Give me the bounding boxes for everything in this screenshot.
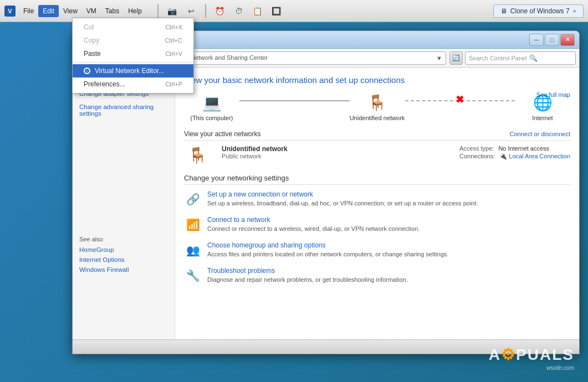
vbox-toolbar: 📷 ↩ ⏰ ⏱ 📋 🔲: [155, 4, 284, 18]
access-type-value: No Internet access: [498, 145, 549, 152]
setting-troubleshoot-text: Troubleshoot problems Diagnose and repai…: [207, 267, 570, 284]
node-computer-label: (This computer): [190, 115, 233, 121]
setting-connect-network-text: Connect to a network Connect or reconnec…: [207, 216, 570, 233]
menu-item-vne[interactable]: ○ Virtual Network Editor...: [73, 64, 193, 78]
bench-icon: 🪑: [364, 91, 391, 113]
homegroup-icon: 👥: [184, 241, 202, 259]
unidentified-network-name: Unidentified network: [222, 145, 432, 153]
breadcrumb-dropdown-icon[interactable]: ▼: [436, 55, 442, 61]
unidentified-network-icon: 🪑: [184, 145, 211, 165]
network-line-2: ✖: [405, 100, 515, 101]
node-internet-label: Internet: [532, 115, 553, 121]
win7-minimize-btn[interactable]: ─: [529, 34, 544, 46]
computer-icon: 💻: [198, 91, 226, 113]
setting-new-connection-text: Set up a new connection or network Set u…: [207, 190, 570, 208]
menu-item-paste[interactable]: Paste Ctrl+V: [73, 47, 193, 60]
refresh-btn[interactable]: 🔄: [449, 51, 463, 65]
cut-shortcut: Ctrl+X: [165, 24, 182, 30]
menu-separator-1: [73, 62, 193, 63]
homegroup-desc: Access files and printers located on oth…: [207, 251, 448, 257]
sidebar-change-sharing[interactable]: Change advanced sharing settings: [73, 102, 175, 118]
search-icon: 🔍: [529, 54, 538, 62]
network-properties: Access type: No Internet access Connecti…: [459, 145, 570, 161]
menu-tabs[interactable]: Tabs: [101, 5, 124, 17]
setting-connect-network: 📶 Connect to a network Connect or reconn…: [184, 216, 570, 234]
win7-maximize-btn[interactable]: □: [545, 34, 559, 46]
toolbar-nav-btn4[interactable]: 🔲: [269, 4, 284, 18]
sidebar-windows-firewall[interactable]: Windows Firewall: [73, 265, 175, 275]
network-details: Unidentified network Public network: [222, 145, 432, 159]
connections-row: Connections: 🔌 Local Area Connection: [459, 153, 570, 160]
tab-close-btn[interactable]: ×: [573, 8, 576, 14]
sidebar: Control Panel Home Change adapter settin…: [73, 68, 175, 339]
setting-homegroup-text: Choose homegroup and sharing options Acc…: [207, 241, 570, 259]
network-diagram: 💻 (This computer) 🪑 Unidentified network…: [184, 91, 570, 121]
menu-vm[interactable]: VM: [82, 5, 101, 17]
connect-network-desc: Connect or reconnect to a wireless, wire…: [207, 225, 420, 232]
node-unidentified-label: Unidentified network: [350, 115, 405, 121]
toolbar-discard-btn[interactable]: ↩: [184, 4, 198, 18]
toolbar-nav-btn2[interactable]: ⏱: [232, 4, 246, 18]
menu-item-copy[interactable]: Copy Ctrl+C: [73, 34, 193, 47]
broken-x-icon: ✖: [456, 94, 464, 106]
toolbar-separator-1: [157, 4, 158, 18]
unidentified-network-type: Public network: [222, 153, 432, 159]
toolbar-nav-btn3[interactable]: 📋: [250, 4, 265, 18]
connections-label: Connections:: [459, 153, 495, 160]
connect-network-icon: 📶: [184, 216, 202, 234]
homegroup-link[interactable]: Choose homegroup and sharing options: [207, 241, 570, 249]
sidebar-homegroup[interactable]: HomeGroup: [73, 245, 175, 255]
change-settings-title: Change your networking settings: [184, 174, 570, 185]
vne-radio-icon: ○: [84, 68, 90, 74]
connect-disconnect-link[interactable]: Connect or disconnect: [510, 131, 570, 137]
status-bar: [73, 339, 579, 354]
vm-tab-label: Clone of Windows 7: [510, 7, 570, 15]
access-type-label: Access type:: [459, 145, 494, 152]
search-placeholder: Search Control Panel: [469, 55, 527, 61]
main-title: View your basic network information and …: [184, 75, 570, 85]
vm-tab[interactable]: 🖥 Clone of Windows 7 ×: [493, 4, 584, 18]
preferences-label: Preferences...: [84, 80, 125, 88]
win7-close-btn[interactable]: ✕: [560, 34, 575, 46]
menu-item-cut[interactable]: Cut Ctrl+X: [73, 20, 193, 34]
menu-view[interactable]: View: [59, 5, 82, 17]
node-computer: 💻 (This computer): [184, 91, 239, 121]
cut-label: Cut: [84, 23, 94, 31]
toolbar-snapshot-btn[interactable]: 📷: [165, 4, 180, 18]
vm-icon: 🖥: [500, 7, 507, 15]
sidebar-internet-options[interactable]: Internet Options: [73, 255, 175, 265]
menu-edit[interactable]: Edit: [38, 5, 59, 17]
new-connection-link[interactable]: Set up a new connection or network: [207, 190, 570, 198]
sidebar-see-also-label: See also: [73, 229, 175, 245]
menu-item-preferences[interactable]: Preferences... Ctrl+P: [73, 78, 193, 91]
network-info-row: 🪑 Unidentified network Public network Ac…: [184, 145, 570, 165]
connections-value[interactable]: 🔌 Local Area Connection: [499, 153, 570, 160]
paste-shortcut: Ctrl+V: [165, 50, 182, 57]
toolbar-separator-2: [205, 4, 206, 18]
setting-new-connection: 🔗 Set up a new connection or network Set…: [184, 190, 570, 208]
troubleshoot-icon: 🔧: [184, 267, 202, 285]
paste-label: Paste: [84, 50, 101, 58]
menu-file[interactable]: File: [19, 5, 38, 17]
node-unidentified: 🪑 Unidentified network: [350, 91, 405, 121]
copy-shortcut: Ctrl+C: [165, 37, 182, 44]
setting-troubleshoot: 🔧 Troubleshoot problems Diagnose and rep…: [184, 267, 570, 285]
see-full-map-link[interactable]: See full map: [536, 91, 570, 98]
search-box[interactable]: Search Control Panel 🔍: [465, 51, 576, 65]
main-content: View your basic network information and …: [175, 68, 579, 339]
setting-homegroup: 👥 Choose homegroup and sharing options A…: [184, 241, 570, 259]
toolbar-nav-btn1[interactable]: ⏰: [213, 4, 227, 18]
menu-help[interactable]: Help: [124, 5, 146, 17]
troubleshoot-desc: Diagnose and repair network problems, or…: [207, 276, 408, 283]
troubleshoot-link[interactable]: Troubleshoot problems: [207, 267, 570, 275]
network-line-1: [239, 100, 350, 101]
content-area: Control Panel Home Change adapter settin…: [73, 68, 579, 339]
connect-network-link[interactable]: Connect to a network: [207, 216, 570, 224]
copy-label: Copy: [84, 37, 99, 44]
active-networks-label: View your active networks: [184, 130, 261, 138]
edit-menu-dropdown: Cut Ctrl+X Copy Ctrl+C Paste Ctrl+V ○ Vi…: [72, 18, 194, 94]
new-connection-desc: Set up a wireless, broadband, dial-up, a…: [207, 200, 478, 207]
vbox-menu-bar: File Edit View VM Tabs Help: [19, 5, 146, 17]
vne-label: Virtual Network Editor...: [95, 67, 164, 75]
access-type-row: Access type: No Internet access: [459, 145, 570, 152]
